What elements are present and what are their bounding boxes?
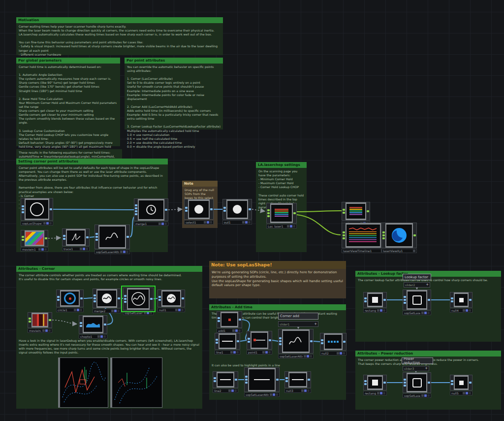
- node-add1[interactable]: add1: [217, 311, 242, 333]
- node-flags[interactable]: [287, 225, 295, 227]
- output-connectors[interactable]: [126, 225, 129, 249]
- output-connectors[interactable]: [268, 331, 272, 349]
- output-connectors[interactable]: [469, 292, 472, 307]
- node-laserviewxy1[interactable]: laserViewXy1: [381, 223, 417, 253]
- input-connectors[interactable]: [245, 368, 248, 391]
- output-connectors[interactable]: [427, 290, 431, 310]
- node-flags[interactable]: [175, 309, 184, 311]
- node-flags[interactable]: [463, 309, 471, 312]
- output-connectors[interactable]: [150, 288, 153, 310]
- node-sopsetlaserattributes1[interactable]: sopSetLaserAttributes1: [94, 225, 130, 254]
- output-connectors[interactable]: [80, 290, 83, 307]
- node-flags[interactable]: [38, 248, 47, 251]
- input-connectors[interactable]: [320, 333, 324, 350]
- node-merge1[interactable]: merge1: [134, 198, 168, 226]
- input-connectors[interactable]: [217, 312, 220, 327]
- output-connectors[interactable]: [366, 202, 370, 220]
- expand-plus-icon[interactable]: +: [314, 323, 317, 326]
- node-point1[interactable]: point1: [247, 331, 272, 355]
- input-connectors[interactable]: [93, 289, 96, 308]
- output-connectors[interactable]: [164, 199, 168, 221]
- output-connectors[interactable]: [86, 229, 89, 246]
- input-connectors[interactable]: [403, 373, 407, 392]
- node-null4[interactable]: null4: [450, 292, 472, 313]
- node-flags[interactable]: [144, 312, 152, 314]
- input-connectors[interactable]: [364, 292, 367, 307]
- output-connectors[interactable]: [383, 375, 386, 390]
- node-flags[interactable]: [262, 351, 271, 354]
- input-connectors[interactable]: [285, 372, 288, 388]
- slider3-widget[interactable]: slider3 +: [403, 366, 429, 371]
- node-flags[interactable]: [421, 394, 430, 397]
- input-connectors[interactable]: [223, 199, 226, 219]
- output-connectors[interactable]: [236, 333, 240, 349]
- node-flags[interactable]: [230, 351, 239, 354]
- output-connectors[interactable]: [117, 289, 121, 308]
- node-line2[interactable]: line2: [213, 371, 238, 393]
- node-flags[interactable]: [232, 329, 241, 332]
- node-null3[interactable]: null3: [284, 371, 311, 393]
- lookup-factor-field[interactable]: Lookup factor: [403, 274, 431, 280]
- output-connectors[interactable]: [293, 203, 296, 223]
- expand-plus-icon[interactable]: +: [425, 367, 428, 370]
- node-line1[interactable]: line1: [215, 333, 240, 355]
- node-flags[interactable]: [80, 248, 88, 250]
- node-flags[interactable]: [158, 223, 167, 225]
- node-flags[interactable]: [304, 355, 312, 357]
- node-null1[interactable]: null1: [158, 290, 185, 312]
- slider2-widget[interactable]: slider2 +: [404, 282, 430, 288]
- node-flags[interactable]: [242, 221, 251, 224]
- output-connectors[interactable]: [310, 329, 313, 353]
- output-connectors[interactable]: [238, 312, 242, 327]
- input-connectors[interactable]: [215, 333, 219, 349]
- input-connectors[interactable]: [21, 198, 25, 220]
- output-connectors[interactable]: [48, 313, 52, 327]
- node-flags[interactable]: [337, 352, 345, 355]
- output-connectors[interactable]: [103, 316, 107, 333]
- node-sopsetlaserattributes2-selected[interactable]: sopSetLaserAttributes2: [123, 288, 154, 315]
- input-connectors[interactable]: [364, 375, 367, 390]
- output-connectors[interactable]: [427, 373, 431, 392]
- node-flags[interactable]: [413, 250, 415, 252]
- input-connectors[interactable]: [95, 225, 98, 249]
- node-sopsetlaserattributes4[interactable]: sopSetLaserAttributes4: [244, 367, 280, 397]
- node-flags[interactable]: [204, 221, 212, 224]
- output-connectors[interactable]: [307, 372, 311, 388]
- node-moviein1[interactable]: moviein1: [21, 230, 48, 252]
- node-out1-chop[interactable]: out1: [342, 202, 370, 226]
- node-flags[interactable]: [74, 309, 82, 311]
- node-flags[interactable]: [463, 392, 471, 394]
- input-connectors[interactable]: [158, 290, 161, 307]
- input-connectors[interactable]: [342, 223, 346, 248]
- slider1-widget[interactable]: slider1 +: [278, 321, 318, 327]
- input-connectors[interactable]: [21, 230, 25, 246]
- node-sopsetlaserattributes6[interactable]: sopSetLaserAttributes6: [403, 372, 431, 398]
- input-connectors[interactable]: [134, 199, 138, 221]
- node-flags[interactable]: [228, 389, 237, 392]
- node-sopsetlaserattributes3[interactable]: sopSetLaserAttributes3: [278, 329, 314, 358]
- node-trace1[interactable]: trace1: [62, 228, 90, 251]
- node-rectangle2[interactable]: rectangle2: [363, 375, 387, 395]
- node-flags[interactable]: [377, 309, 385, 312]
- node-flags[interactable]: [120, 251, 128, 253]
- input-connectors[interactable]: [267, 203, 270, 223]
- node-flags[interactable]: [43, 222, 52, 225]
- output-connectors[interactable]: [469, 375, 472, 390]
- node-flags[interactable]: [270, 393, 278, 396]
- node-flags[interactable]: [97, 335, 106, 338]
- node-flags[interactable]: [42, 329, 51, 332]
- node-rectangle1[interactable]: rectangle1: [363, 292, 387, 313]
- output-connectors[interactable]: [276, 368, 279, 391]
- node-laserviewtimeline1[interactable]: laserViewTimeline1: [342, 223, 385, 253]
- node-las-laser1[interactable]: Las_laser1: [266, 203, 297, 228]
- input-connectors[interactable]: [450, 292, 454, 307]
- node-select1[interactable]: select1: [184, 199, 214, 225]
- input-connectors[interactable]: [382, 223, 385, 248]
- node-out1-sop[interactable]: out1: [222, 199, 252, 225]
- input-connectors[interactable]: [57, 290, 60, 307]
- output-connectors[interactable]: [343, 333, 346, 350]
- output-connectors[interactable]: [181, 290, 185, 307]
- input-connectors[interactable]: [450, 375, 454, 390]
- input-connectors[interactable]: [213, 372, 217, 388]
- input-connectors[interactable]: [63, 229, 66, 246]
